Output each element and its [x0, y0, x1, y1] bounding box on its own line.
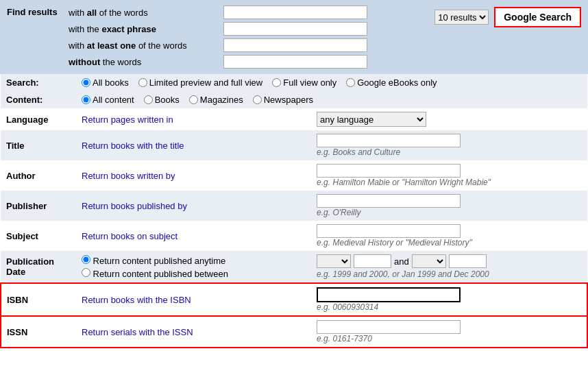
content-options-cell: All content Books Magazines Newspapers	[76, 91, 587, 108]
find-row-without: without the words	[69, 55, 428, 69]
pubdate-anytime-label[interactable]: Return content published anytime	[82, 255, 225, 266]
find-without-input[interactable]	[223, 55, 367, 69]
isbn-input[interactable]	[317, 287, 461, 302]
language-row: Language Return pages written in any lan…	[1, 108, 587, 130]
title-input[interactable]	[317, 134, 461, 147]
google-search-button[interactable]: Google Search	[494, 7, 581, 27]
content-magazines-radio[interactable]	[189, 95, 198, 104]
find-atleast-input[interactable]	[223, 38, 367, 52]
content-all[interactable]: All content	[82, 95, 134, 105]
pubdate-year-start-input[interactable]	[354, 254, 391, 268]
pubdate-year-end-input[interactable]	[449, 254, 487, 268]
title-description-cell: Return books with the title	[76, 130, 311, 160]
search-all-books[interactable]: All books	[82, 77, 129, 88]
subject-description-cell: Return books on subject	[76, 221, 311, 251]
isbn-example: e.g. 0060930314	[317, 302, 581, 312]
publisher-description-cell: Return books published by	[76, 191, 311, 221]
content-newspapers[interactable]: Newspapers	[253, 95, 313, 105]
issn-example: e.g. 0161-7370	[317, 334, 581, 343]
title-row: Title Return books with the title e.g. B…	[1, 130, 587, 160]
title-input-cell: e.g. Books and Culture	[311, 130, 587, 160]
publisher-input[interactable]	[317, 194, 461, 208]
subject-input-cell: e.g. Medieval History or "Medieval Histo…	[311, 221, 587, 251]
language-description: Return pages written in	[82, 114, 173, 125]
issn-description: Return serials with the ISSN	[82, 327, 193, 337]
content-newspapers-radio[interactable]	[253, 95, 262, 104]
find-all-label: with all of the words	[69, 8, 219, 18]
search-limited-preview-radio[interactable]	[138, 78, 147, 87]
content-radio-group: All content Books Magazines Newspapers	[82, 95, 582, 105]
subject-input[interactable]	[317, 224, 461, 238]
content-magazines[interactable]: Magazines	[189, 95, 243, 105]
find-without-label: without the words	[69, 57, 219, 67]
pubdate-example: e.g. 1999 and 2000, or Jan 1999 and Dec …	[317, 269, 582, 279]
pubdate-anytime-radio[interactable]	[82, 255, 90, 264]
author-label: Author	[1, 160, 76, 191]
pubdate-anytime-row: Return content published anytime	[82, 255, 306, 266]
isbn-description-cell: Return books with the ISBN	[76, 283, 311, 316]
pubdate-options-cell: Return content published anytime Return …	[76, 251, 311, 283]
results-count-select[interactable]: 10 results 20 results 30 results	[434, 10, 489, 25]
issn-label: ISSN	[1, 316, 76, 348]
pubdate-label: Publication Date	[1, 251, 76, 283]
find-row-exact: with the exact phrase	[69, 22, 428, 36]
find-all-input[interactable]	[223, 5, 367, 19]
find-row-atleast: with at least one of the words	[69, 38, 428, 52]
language-select[interactable]: any language English French German Spani…	[317, 112, 426, 127]
language-description-cell: Return pages written in	[76, 108, 311, 130]
find-exact-input[interactable]	[223, 22, 367, 36]
search-limited-preview[interactable]: Limited preview and full view	[138, 77, 262, 88]
isbn-field-row: e.g. 0060930314	[317, 287, 581, 312]
pubdate-and-label: and	[394, 256, 409, 267]
search-full-view[interactable]: Full view only	[272, 77, 336, 88]
isbn-row: ISBN Return books with the ISBN e.g. 006…	[1, 283, 587, 316]
title-field-row: e.g. Books and Culture	[317, 134, 582, 157]
pubdate-selects-cell: and e.g. 1999 and 2000, or Jan 1999 and …	[311, 251, 587, 283]
subject-field-row: e.g. Medieval History or "Medieval Histo…	[317, 224, 582, 247]
pubdate-between-radio[interactable]	[82, 268, 90, 277]
search-full-view-radio[interactable]	[272, 78, 281, 87]
pubdate-select-row: and	[317, 254, 582, 268]
search-ebooks-radio[interactable]	[346, 78, 355, 87]
pubdate-between-label[interactable]: Return content published between	[82, 268, 228, 279]
title-label: Title	[1, 130, 76, 160]
subject-example: e.g. Medieval History or "Medieval Histo…	[317, 238, 582, 247]
subject-description: Return books on subject	[82, 231, 177, 241]
title-example: e.g. Books and Culture	[317, 147, 582, 157]
search-options-cell: All books Limited preview and full view …	[76, 74, 587, 91]
search-all-books-radio[interactable]	[82, 78, 90, 87]
isbn-description: Return books with the ISBN	[82, 295, 191, 305]
issn-input-cell: e.g. 0161-7370	[311, 316, 587, 348]
publisher-label: Publisher	[1, 191, 76, 221]
author-input[interactable]	[317, 164, 461, 178]
author-description-cell: Return books written by	[76, 160, 311, 191]
issn-field-row: e.g. 0161-7370	[317, 320, 581, 343]
author-description: Return books written by	[82, 171, 175, 181]
search-radio-group: All books Limited preview and full view …	[82, 77, 582, 88]
pubdate-between-row: Return content published between	[82, 268, 306, 279]
search-ebooks[interactable]: Google eBooks only	[346, 77, 437, 88]
find-results-rows: with all of the words with the exact phr…	[69, 5, 428, 69]
issn-input[interactable]	[317, 320, 461, 334]
find-results-label: Find results	[7, 5, 62, 17]
title-description: Return books with the title	[82, 141, 184, 151]
pubdate-selects: and e.g. 1999 and 2000, or Jan 1999 and …	[317, 254, 582, 279]
find-exact-label: with the exact phrase	[69, 24, 219, 34]
pubdate-row: Publication Date Return content publishe…	[1, 251, 587, 283]
issn-description-cell: Return serials with the ISSN	[76, 316, 311, 348]
publisher-field-row: e.g. O'Reilly	[317, 194, 582, 217]
pubdate-month-start-select[interactable]	[317, 254, 351, 268]
isbn-input-cell: e.g. 0060930314	[311, 283, 587, 316]
pubdate-month-end-select[interactable]	[412, 254, 446, 268]
content-books[interactable]: Books	[144, 95, 180, 105]
publisher-row: Publisher Return books published by e.g.…	[1, 191, 587, 221]
author-example: e.g. Hamilton Mabie or "Hamilton Wright …	[317, 178, 582, 187]
pubdate-options: Return content published anytime Return …	[82, 255, 306, 279]
publisher-example: e.g. O'Reilly	[317, 208, 582, 217]
author-input-cell: e.g. Hamilton Mabie or "Hamilton Wright …	[311, 160, 587, 191]
subject-row: Subject Return books on subject e.g. Med…	[1, 221, 587, 251]
content-books-radio[interactable]	[144, 95, 153, 104]
publisher-description: Return books published by	[82, 201, 187, 211]
content-all-radio[interactable]	[82, 95, 90, 104]
publisher-input-cell: e.g. O'Reilly	[311, 191, 587, 221]
